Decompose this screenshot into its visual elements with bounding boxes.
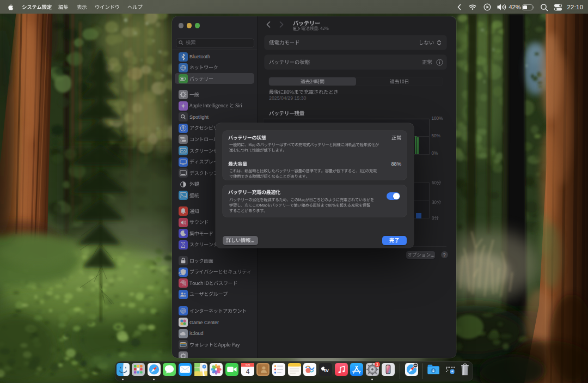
svg-text:tv: tv (324, 367, 329, 373)
svg-text:SUN: SUN (245, 363, 250, 366)
svg-text:4: 4 (246, 367, 249, 375)
